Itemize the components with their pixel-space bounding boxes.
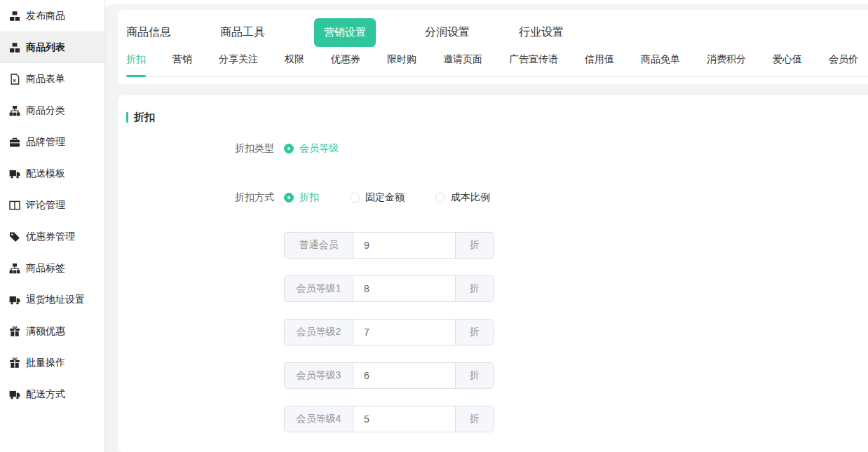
tab-marketing-settings[interactable]: 营销设置 (314, 18, 376, 47)
sidebar-item-label: 商品表单 (26, 73, 65, 85)
sidebar-item-label: 批量操作 (26, 357, 65, 369)
sidebar-item-product-list[interactable]: 商品列表 (0, 32, 104, 63)
briefcase-icon (9, 136, 21, 148)
discount-value-input[interactable] (353, 320, 455, 345)
radio-fixed-amount[interactable]: 固定金额 (350, 191, 405, 204)
sidebar-item-label: 发布商品 (26, 10, 65, 22)
sidebar-item-comment-management[interactable]: 评论管理 (0, 189, 104, 221)
radio-cost-ratio[interactable]: 成本比例 (435, 191, 490, 204)
radio-label: 固定金额 (365, 191, 405, 204)
radio-label: 成本比例 (451, 191, 490, 204)
radio-label: 折扣 (299, 191, 319, 204)
sidebar-item-label: 品牌管理 (26, 136, 65, 149)
tab-product-info[interactable]: 商品信息 (126, 25, 171, 40)
sidebar-item-label: 商品标签 (26, 262, 65, 275)
subtab-discount[interactable]: 折扣 (126, 53, 146, 76)
tab-profit-settings[interactable]: 分润设置 (425, 25, 470, 40)
radio-discount[interactable]: 折扣 (284, 191, 319, 204)
input-append-unit: 折 (455, 320, 493, 345)
input-append-unit: 折 (455, 406, 493, 432)
input-prepend-label: 会员等级3 (285, 363, 353, 388)
sidebar-item-label: 商品列表 (26, 41, 65, 54)
discount-value-input[interactable] (353, 276, 455, 301)
section-title-text: 折扣 (134, 111, 155, 124)
sidebar-item-delivery-template[interactable]: 配送模板 (0, 158, 104, 189)
secondary-tabs: 折扣 营销 分享关注 权限 优惠券 限时购 邀请页面 广告宣传语 信用值 商品免… (126, 53, 868, 77)
input-prepend-label: 普通会员 (285, 233, 353, 258)
radio-button-icon[interactable] (284, 144, 294, 153)
discount-type-options: 会员等级 (284, 142, 369, 155)
section-accent-bar (126, 112, 128, 123)
radio-button-icon[interactable] (435, 193, 445, 203)
tab-product-tools[interactable]: 商品工具 (220, 25, 265, 40)
sidebar-item-product-form[interactable]: 商品表单 (0, 63, 104, 95)
input-append-unit: 折 (455, 233, 493, 258)
subtab-flash-sale[interactable]: 限时购 (387, 53, 416, 76)
level-row-level1: 会员等级1 折 (126, 275, 868, 302)
cubes-icon (9, 41, 21, 53)
sidebar-item-label: 配送模板 (26, 167, 65, 180)
sidebar-item-label: 满额优惠 (26, 325, 65, 338)
radio-member-level[interactable]: 会员等级 (284, 142, 339, 155)
member-level-discount-list: 普通会员 折 会员等级1 折 会员等级2 折 (126, 232, 868, 432)
sidebar-item-label: 评论管理 (26, 199, 65, 212)
sidebar-item-delivery-method[interactable]: 配送方式 (0, 378, 104, 410)
sidebar: 发布商品 商品列表 商品表单 商品分类 品牌管理 配送模板 评论管理 优惠券管理… (0, 0, 105, 452)
discount-mode-row: 折扣方式 折扣 固定金额 成本比例 (126, 191, 868, 204)
sidebar-item-product-category[interactable]: 商品分类 (0, 95, 104, 126)
gift-icon (9, 325, 21, 337)
discount-input-group: 普通会员 折 (284, 232, 494, 259)
subtab-love-value[interactable]: 爱心值 (773, 53, 802, 76)
input-prepend-label: 会员等级1 (285, 276, 353, 301)
level-row-normal-member: 普通会员 折 (126, 232, 868, 259)
main-content-area: 商品信息 商品工具 营销设置 分润设置 行业设置 折扣 营销 分享关注 权限 优… (105, 4, 868, 452)
sidebar-item-label: 优惠券管理 (26, 231, 75, 243)
discount-mode-label: 折扣方式 (126, 191, 284, 204)
discount-type-row: 折扣类型 会员等级 (126, 142, 868, 155)
discount-type-label: 折扣类型 (126, 142, 284, 155)
subtab-product-free-order[interactable]: 商品免单 (641, 53, 680, 76)
discount-value-input[interactable] (353, 233, 455, 258)
sidebar-item-coupon-management[interactable]: 优惠券管理 (0, 221, 104, 252)
discount-input-group: 会员等级2 折 (284, 319, 494, 345)
subtab-invite-page[interactable]: 邀请页面 (443, 53, 482, 76)
sitemap-icon (9, 104, 21, 116)
discount-mode-options: 折扣 固定金额 成本比例 (284, 191, 521, 204)
truck-icon (9, 167, 21, 179)
section-title: 折扣 (126, 111, 868, 124)
discount-value-input[interactable] (353, 406, 455, 432)
file-form-icon (9, 73, 21, 85)
gift-icon (9, 357, 21, 369)
cubes-icon (9, 10, 21, 22)
radio-button-icon[interactable] (284, 193, 294, 203)
sidebar-item-product-tags[interactable]: 商品标签 (0, 252, 104, 284)
sidebar-item-brand-management[interactable]: 品牌管理 (0, 126, 104, 158)
level-row-level3: 会员等级3 折 (126, 362, 868, 389)
sidebar-item-label: 退货地址设置 (26, 294, 85, 306)
sidebar-item-publish-product[interactable]: 发布商品 (0, 0, 104, 32)
subtab-marketing[interactable]: 营销 (172, 53, 192, 76)
subtab-credit-value[interactable]: 信用值 (585, 53, 614, 76)
subtab-ad-slogan[interactable]: 广告宣传语 (509, 53, 558, 76)
sidebar-item-batch-operations[interactable]: 批量操作 (0, 347, 104, 378)
input-append-unit: 折 (455, 363, 493, 388)
subtab-coupon[interactable]: 优惠券 (331, 53, 360, 76)
sidebar-item-return-address-settings[interactable]: 退货地址设置 (0, 284, 104, 315)
level-row-level2: 会员等级2 折 (126, 319, 868, 345)
columns-icon (9, 199, 21, 211)
level-row-level4: 会员等级4 折 (126, 406, 868, 432)
tab-industry-settings[interactable]: 行业设置 (519, 25, 564, 40)
subtab-permissions[interactable]: 权限 (285, 53, 304, 76)
truck-icon (9, 388, 21, 400)
discount-input-group: 会员等级3 折 (284, 362, 494, 389)
subtab-member-price[interactable]: 会员价 (829, 53, 858, 76)
subtab-consumption-points[interactable]: 消费积分 (707, 53, 746, 76)
discount-input-group: 会员等级1 折 (284, 275, 494, 302)
truck-icon (9, 294, 21, 306)
radio-button-icon[interactable] (350, 193, 360, 203)
radio-label: 会员等级 (299, 142, 339, 155)
sidebar-item-full-amount-discount[interactable]: 满额优惠 (0, 315, 104, 347)
discount-value-input[interactable] (353, 363, 455, 388)
subtab-share-follow[interactable]: 分享关注 (219, 53, 258, 76)
discount-panel: 折扣 折扣类型 会员等级 折扣方式 折扣 固定金额 (118, 95, 868, 452)
